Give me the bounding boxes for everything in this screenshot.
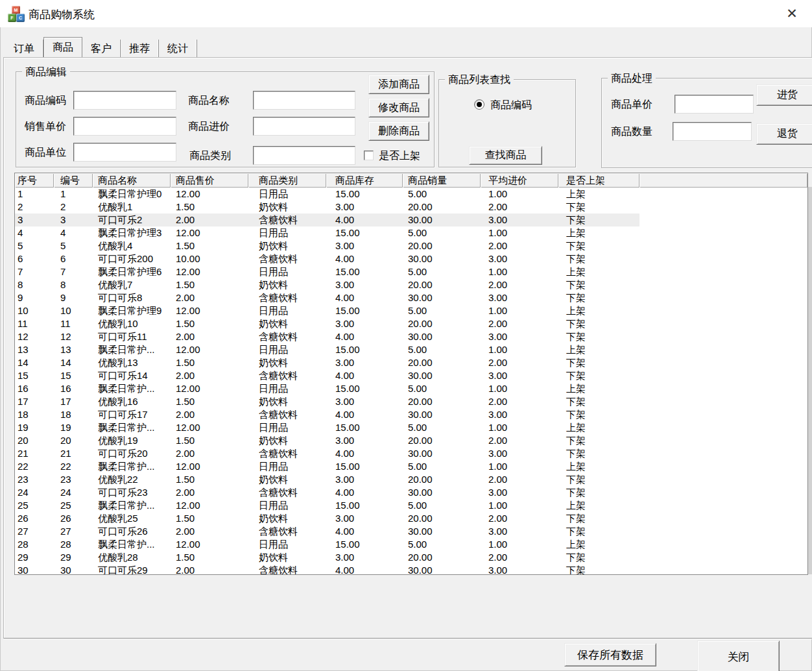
table-cell: 1.00 xyxy=(481,382,558,395)
table-row[interactable]: 1212可口可乐112.00含糖饮料4.0030.003.00下架 xyxy=(15,330,807,343)
table-cell: 2.00 xyxy=(481,551,558,564)
table-cell: 10.00 xyxy=(171,252,248,265)
close-icon[interactable]: ✕ xyxy=(778,3,806,25)
table-cell: 1.00 xyxy=(481,188,558,201)
table-row[interactable]: 3030可口可乐292.00含糖饮料4.0030.003.00下架 xyxy=(15,564,807,575)
table-cell: 15.00 xyxy=(326,304,403,317)
table-row[interactable]: 44飘柔日常护理312.00日用品15.005.001.00上架 xyxy=(15,226,807,239)
table-cell: 3.00 xyxy=(481,330,558,343)
table-cell: 22 xyxy=(15,460,54,473)
table-cell: 奶饮料 xyxy=(248,551,326,564)
table-row[interactable]: 11飘柔日常护理012.00日用品15.005.001.00上架 xyxy=(15,188,807,201)
table-row[interactable]: 2929优酸乳281.50奶饮料3.0020.002.00下架 xyxy=(15,551,807,564)
table-cell: 30.00 xyxy=(403,408,481,421)
table-row[interactable]: 1818可口可乐172.00含糖饮料4.0030.003.00下架 xyxy=(15,408,807,421)
column-header[interactable]: 商品销量 xyxy=(403,173,481,188)
table-row[interactable]: 22优酸乳11.50奶饮料3.0020.002.00下架 xyxy=(15,201,807,214)
table-cell: 优酸乳10 xyxy=(93,317,171,330)
product-code-input[interactable] xyxy=(73,91,176,110)
table-cell: 下架 xyxy=(558,486,639,499)
table-row[interactable]: 33可口可乐22.00含糖饮料4.0030.003.00下架 xyxy=(15,214,807,226)
table-row[interactable]: 2626优酸乳251.50奶饮料3.0020.002.00下架 xyxy=(15,512,807,525)
table-cell: 飘柔日常护理3 xyxy=(93,226,171,239)
tab-customers[interactable]: 客户 xyxy=(82,40,121,57)
table-row[interactable]: 1919飘柔日常护...12.00日用品15.005.001.00上架 xyxy=(15,421,807,434)
table-row[interactable]: 1010飘柔日常护理912.00日用品15.005.001.00上架 xyxy=(15,304,807,317)
table-cell: 下架 xyxy=(558,356,639,369)
table-cell: 奶饮料 xyxy=(248,395,326,408)
table-row[interactable]: 1515可口可乐142.00含糖饮料4.0030.003.00下架 xyxy=(15,369,807,382)
product-category-label: 商品类别 xyxy=(189,146,231,165)
column-header[interactable]: 平均进价 xyxy=(481,173,558,188)
app-icon: M F C xyxy=(8,6,25,23)
table-cell xyxy=(639,356,807,369)
table-row[interactable]: 99可口可乐82.00含糖饮料4.0030.003.00下架 xyxy=(15,291,807,304)
column-header[interactable]: 商品售价 xyxy=(171,173,248,188)
vertical-scrollbar[interactable] xyxy=(808,187,812,574)
tab-statistics[interactable]: 统计 xyxy=(159,40,197,57)
table-cell: 含糖饮料 xyxy=(248,252,326,265)
table-cell xyxy=(639,564,807,575)
column-header[interactable]: 商品库存 xyxy=(326,173,403,188)
table-row[interactable]: 66可口可乐20010.00含糖饮料4.0030.003.00下架 xyxy=(15,252,807,265)
table-cell: 5.00 xyxy=(403,304,481,317)
save-all-button[interactable]: 保存所有数据 xyxy=(564,643,656,666)
table-cell: 15.00 xyxy=(326,499,403,512)
table-row[interactable]: 2020优酸乳191.50奶饮料3.0020.002.00下架 xyxy=(15,434,807,447)
table-row[interactable]: 88优酸乳71.50奶饮料3.0020.002.00下架 xyxy=(15,278,807,291)
table-cell: 3.00 xyxy=(326,512,403,525)
product-category-input[interactable] xyxy=(253,146,355,165)
column-header[interactable]: 商品类别 xyxy=(248,173,326,188)
table-cell: 含糖饮料 xyxy=(248,408,326,421)
table-row[interactable]: 2828飘柔日常护...12.00日用品15.005.001.00上架 xyxy=(15,538,807,551)
table-cell: 日用品 xyxy=(248,265,326,278)
table-row[interactable]: 1414优酸乳131.50奶饮料3.0020.002.00下架 xyxy=(15,356,807,369)
sale-price-input[interactable] xyxy=(73,117,176,136)
close-button[interactable]: 关闭 xyxy=(697,640,780,671)
stock-out-button[interactable]: 退货 xyxy=(756,123,812,145)
stock-in-button[interactable]: 进货 xyxy=(756,84,812,106)
table-row[interactable]: 2525飘柔日常护...12.00日用品15.005.001.00上架 xyxy=(15,499,807,512)
table-cell: 20.00 xyxy=(403,278,481,291)
table-cell: 4.00 xyxy=(326,486,403,499)
table-row[interactable]: 2424可口可乐232.00含糖饮料4.0030.003.00下架 xyxy=(15,486,807,499)
product-name-input[interactable] xyxy=(253,91,355,110)
table-cell: 2.00 xyxy=(481,356,558,369)
search-by-code-radio[interactable] xyxy=(474,99,484,110)
unit-price-input[interactable] xyxy=(675,95,754,114)
column-header[interactable]: 是否上架 xyxy=(558,173,639,188)
column-header[interactable] xyxy=(639,173,807,188)
table-cell: 21 xyxy=(54,447,93,460)
table-row[interactable]: 1111优酸乳101.50奶饮料3.0020.002.00下架 xyxy=(15,317,807,330)
modify-product-button[interactable]: 修改商品 xyxy=(368,98,429,117)
find-product-button[interactable]: 查找商品 xyxy=(469,146,542,165)
product-unit-input[interactable] xyxy=(73,143,176,162)
on-shelf-checkbox[interactable] xyxy=(364,151,374,160)
column-header[interactable]: 编号 xyxy=(54,173,93,188)
tab-recommend[interactable]: 推荐 xyxy=(121,40,159,57)
table-cell: 11 xyxy=(15,317,54,330)
delete-product-button[interactable]: 删除商品 xyxy=(368,121,429,141)
table-cell: 5 xyxy=(15,239,54,252)
purchase-price-input[interactable] xyxy=(253,117,355,136)
table-cell: 20.00 xyxy=(403,512,481,525)
table-row[interactable]: 1717优酸乳161.50奶饮料3.0020.002.00下架 xyxy=(15,395,807,408)
add-product-button[interactable]: 添加商品 xyxy=(368,75,429,94)
table-row[interactable]: 77飘柔日常护理612.00日用品15.005.001.00上架 xyxy=(15,265,807,278)
table-row[interactable]: 1616飘柔日常护...12.00日用品15.005.001.00上架 xyxy=(15,382,807,395)
column-header[interactable]: 序号 xyxy=(15,173,54,188)
tab-products[interactable]: 商品 xyxy=(43,37,82,57)
tab-orders[interactable]: 订单 xyxy=(5,40,43,57)
table-cell: 1.50 xyxy=(171,434,248,447)
table-cell: 下架 xyxy=(558,408,639,421)
column-header[interactable]: 商品名称 xyxy=(93,173,171,188)
table-row[interactable]: 2323优酸乳221.50奶饮料3.0020.002.00下架 xyxy=(15,473,807,486)
table-cell: 1.50 xyxy=(171,201,248,214)
table-row[interactable]: 2222飘柔日常护...12.00日用品15.005.001.00上架 xyxy=(15,460,807,473)
table-row[interactable]: 55优酸乳41.50奶饮料3.0020.002.00下架 xyxy=(15,239,807,252)
table-row[interactable]: 2121可口可乐202.00含糖饮料4.0030.003.00下架 xyxy=(15,447,807,460)
quantity-input[interactable] xyxy=(673,122,752,141)
table-cell: 1.00 xyxy=(481,304,558,317)
table-row[interactable]: 2727可口可乐262.00含糖饮料4.0030.003.00下架 xyxy=(15,525,807,538)
table-row[interactable]: 1313飘柔日常护...12.00日用品15.005.001.00上架 xyxy=(15,343,807,356)
